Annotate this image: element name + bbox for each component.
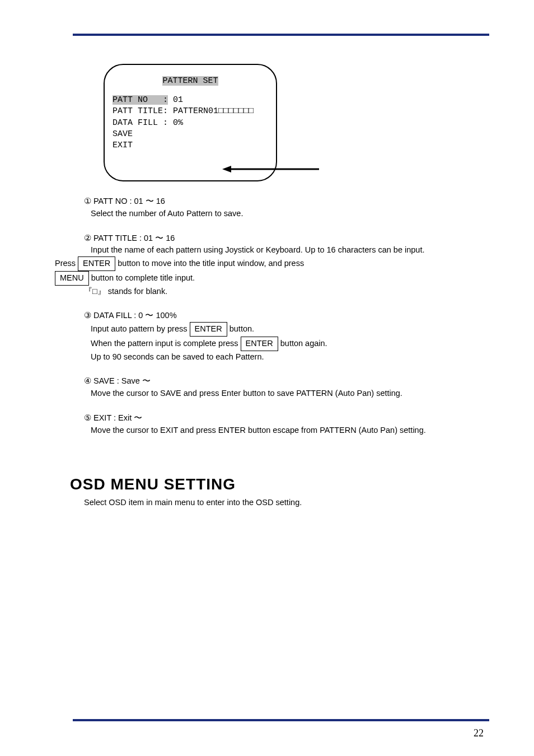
page-number: 22 xyxy=(474,727,484,739)
p2-desc2-prefix: Press xyxy=(55,259,78,268)
menu-title: PATTERN SET xyxy=(162,76,218,86)
p1-desc: Select the number of Auto Pattern to sav… xyxy=(91,208,489,220)
enter-button-label-2: ENTER xyxy=(190,322,227,337)
pattno-value: 01 xyxy=(168,95,183,105)
patttitle-line: PATT TITLE: PATTERN01□□□□□□□ xyxy=(113,106,268,117)
p2-desc3: 『□』 stands for blank. xyxy=(84,286,489,298)
p3-desc1-prefix: Input auto pattern by press xyxy=(91,324,190,333)
p3-desc3: Up to 90 seconds can be saved to each Pa… xyxy=(91,351,489,363)
osd-subtitle: Select OSD item in main menu to enter in… xyxy=(84,498,489,507)
p2-heading: ② PATT TITLE : 01 〜 16 xyxy=(84,232,489,245)
arrow-left-icon xyxy=(221,164,322,175)
enter-button-label-3: ENTER xyxy=(241,337,278,351)
p4-heading: ④ SAVE : Save 〜 xyxy=(84,375,489,388)
p2-desc1: Input the name of each pattern using Joy… xyxy=(91,244,489,256)
top-rule xyxy=(73,34,489,36)
svg-marker-1 xyxy=(222,166,231,172)
exit-line: EXIT xyxy=(113,140,268,151)
p3-desc2-suffix: button again. xyxy=(280,339,327,348)
enter-button-label: ENTER xyxy=(78,256,115,271)
pattno-label: PATT NO : xyxy=(113,95,168,105)
p3-desc2-prefix: When the pattern input is complete press xyxy=(91,339,241,348)
p3-heading: ③ DATA FILL : 0 〜 100% xyxy=(84,310,489,322)
p5-desc: Move the cursor to EXIT and press ENTER … xyxy=(91,424,489,437)
p5-heading: ⑤ EXIT : Exit 〜 xyxy=(84,412,489,424)
p4-desc: Move the cursor to SAVE and press Enter … xyxy=(91,388,489,400)
menu-button-label: MENU xyxy=(55,271,89,286)
p2-desc2-suffix: button to complete title input. xyxy=(91,273,195,282)
save-line: SAVE xyxy=(113,129,268,140)
p3-desc1-mid: button. xyxy=(229,324,254,333)
datafill-line: DATA FILL : 0% xyxy=(113,118,268,129)
p1-heading: ① PATT NO : 01 〜 16 xyxy=(84,195,489,208)
p2-desc2-mid: button to move into the title input wind… xyxy=(118,259,304,268)
bottom-rule xyxy=(73,719,489,721)
osd-heading: OSD MENU SETTING xyxy=(70,475,489,493)
